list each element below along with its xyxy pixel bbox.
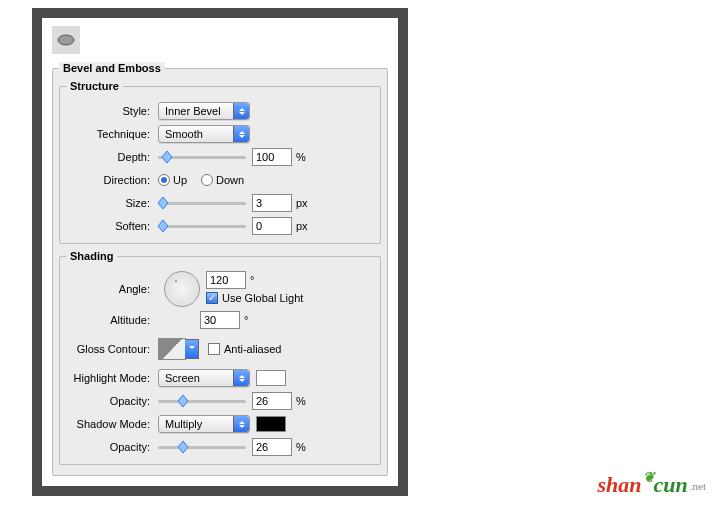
depth-slider[interactable] [158,150,246,164]
shadow-color-swatch[interactable] [256,416,286,432]
size-unit: px [296,197,308,209]
shadow-opacity-label: Opacity: [66,441,158,453]
shading-legend: Shading [66,250,117,262]
angle-dial[interactable] [164,271,200,307]
soften-unit: px [296,220,308,232]
watermark: shan❦cun.net [598,472,707,498]
soften-input[interactable]: 0 [252,217,292,235]
style-value: Inner Bevel [165,105,221,117]
shadow-opacity-slider[interactable] [158,440,246,454]
ellipse-tool-icon [52,26,80,54]
technique-value: Smooth [165,128,203,140]
soften-slider[interactable] [158,219,246,233]
shadow-mode-value: Multiply [165,418,202,430]
soften-label: Soften: [66,220,158,232]
direction-down-radio[interactable] [201,174,213,186]
highlight-color-swatch[interactable] [256,370,286,386]
style-label: Style: [66,105,158,117]
technique-select[interactable]: Smooth [158,125,250,143]
highlight-opacity-label: Opacity: [66,395,158,407]
bevel-emboss-title: Bevel and Emboss [59,62,165,74]
chevron-down-icon [185,339,199,359]
gloss-contour-label: Gloss Contour: [66,343,158,355]
chevron-updown-icon [233,416,249,432]
shadow-mode-select[interactable]: Multiply [158,415,250,433]
chevron-updown-icon [233,126,249,142]
chevron-updown-icon [233,370,249,386]
structure-group: Structure Style: Inner Bevel Technique: … [59,80,381,244]
direction-label: Direction: [66,174,158,186]
depth-unit: % [296,151,306,163]
screenshot-frame: Bevel and Emboss Structure Style: Inner … [32,8,408,496]
technique-label: Technique: [66,128,158,140]
angle-unit: ° [250,274,254,286]
depth-input[interactable]: 100 [252,148,292,166]
angle-label: Angle: [66,283,158,295]
structure-legend: Structure [66,80,123,92]
highlight-mode-label: Highlight Mode: [66,372,158,384]
use-global-light-checkbox[interactable] [206,292,218,304]
highlight-mode-select[interactable]: Screen [158,369,250,387]
direction-up-label: Up [173,174,187,186]
altitude-label: Altitude: [66,314,158,326]
depth-label: Depth: [66,151,158,163]
shadow-opacity-input[interactable]: 26 [252,438,292,456]
direction-down-label: Down [216,174,244,186]
style-select[interactable]: Inner Bevel [158,102,250,120]
leaf-icon: ❦ [643,470,655,485]
antialiased-label: Anti-aliased [224,343,281,355]
highlight-opacity-slider[interactable] [158,394,246,408]
size-input[interactable]: 3 [252,194,292,212]
size-label: Size: [66,197,158,209]
altitude-input[interactable]: 30 [200,311,240,329]
bevel-emboss-group: Bevel and Emboss Structure Style: Inner … [52,62,388,476]
dialog-page: Bevel and Emboss Structure Style: Inner … [42,18,398,486]
direction-up-radio[interactable] [158,174,170,186]
chevron-updown-icon [233,103,249,119]
svg-point-0 [58,35,74,45]
gloss-contour-picker[interactable] [158,338,186,360]
size-slider[interactable] [158,196,246,210]
highlight-opacity-input[interactable]: 26 [252,392,292,410]
shading-group: Shading Angle: 120 ° Use Global L [59,250,381,465]
altitude-unit: ° [244,314,248,326]
angle-input[interactable]: 120 [206,271,246,289]
shadow-opacity-unit: % [296,441,306,453]
highlight-mode-value: Screen [165,372,200,384]
highlight-opacity-unit: % [296,395,306,407]
shadow-mode-label: Shadow Mode: [66,418,158,430]
use-global-light-label: Use Global Light [222,292,303,304]
antialiased-checkbox[interactable] [208,343,220,355]
